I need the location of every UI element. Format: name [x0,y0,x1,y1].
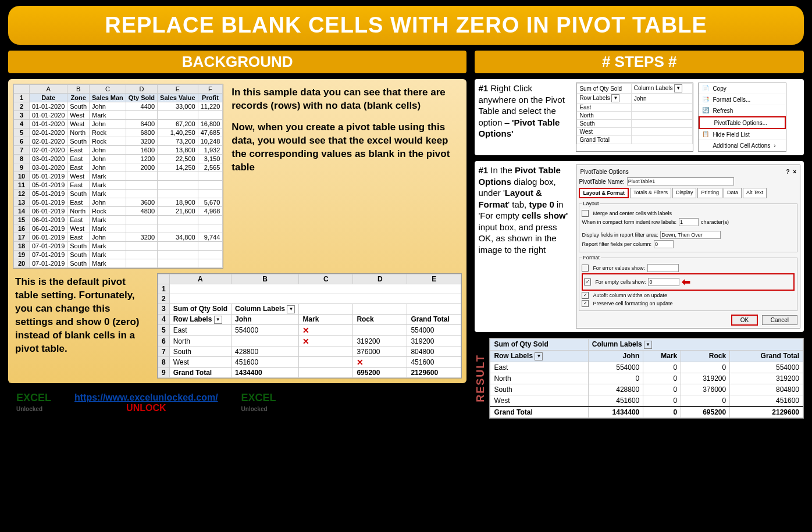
table-row: 5East554000✕554000 [158,324,461,335]
table-row: 2007-01-2019SouthMark [14,259,223,268]
error-values-input[interactable] [647,264,679,272]
menu-hide-field-list[interactable]: 📋Hide Field List [699,129,786,140]
tab-printing[interactable]: Printing [697,188,722,198]
table-row: North00319200319200 [490,373,803,384]
context-menu: 📄Copy 📑Format Cells... 🔄Refresh PivotTab… [698,83,786,152]
menu-pivottable-options[interactable]: PivotTable Options... [699,116,786,129]
source-data-table: ABCDEF1DateZoneSales ManQty SoldSales Va… [13,84,223,269]
table-row: 1205-01-2019SouthMark [14,190,223,198]
table-row: 1907-01-2019SouthMark [14,251,223,259]
table-row: 1706-01-2019EastJohn320034,8009,744 [14,233,223,242]
close-icon[interactable]: × [793,169,796,175]
table-row: 8West451600✕451600 [158,356,461,367]
background-header: BACKGROUND [8,51,466,73]
table-row: 6North✕319200319200 [158,335,461,347]
table-row: 1807-01-2019SouthMark [14,242,223,251]
ok-button[interactable]: OK [731,315,758,326]
table-row: 7South428800376000804800 [158,347,461,356]
table-row: 803-01-2020EastJohn120022,5003,150 [14,155,223,163]
footer-link[interactable]: https://www.excelunlocked.com/ UNLOCK [74,392,218,413]
table-row: 1005-01-2019WestMark [14,172,223,181]
pivottable-options-dialog: PivotTable Options? × PivotTable Name: L… [576,165,800,329]
table-row: 502-01-2020NorthRock68001,40,25047,685 [14,128,223,137]
merge-checkbox[interactable] [582,210,589,217]
list-icon: 📋 [702,131,709,138]
table-row: East55400000554000 [490,362,803,373]
excel-unlocked-logo-right: EXCELUnlocked [241,393,276,412]
cancel-button[interactable]: Cancel [762,315,797,325]
help-icon[interactable]: ? [786,169,789,175]
tab-alt-text[interactable]: Alt Text [743,188,767,198]
dialog-tabs: Layout & Format Totals & Filters Display… [579,188,797,198]
table-row: 702-01-2020EastJohn160013,8001,932 [14,146,223,155]
report-filter-input[interactable] [654,240,674,248]
format-icon: 📑 [702,96,709,103]
main-title: REPLACE BLANK CELLS WITH ZERO IN PIVOT T… [8,6,804,45]
empty-cells-checkbox[interactable]: ✓ [584,279,591,285]
steps-header: # STEPS # [475,51,804,73]
tab-totals-filters[interactable]: Totals & Filters [630,188,671,198]
pivottable-name-input[interactable] [627,177,734,185]
tab-display[interactable]: Display [672,188,697,198]
table-row: 1105-01-2019EastMark [14,181,223,190]
excel-unlocked-logo: EXCELUnlocked [16,393,51,412]
dropdown-icon[interactable]: ▼ [674,84,682,92]
tab-layout-format[interactable]: Layout & Format [579,188,629,198]
dropdown-icon[interactable]: ▼ [611,94,619,102]
step1-pivot-preview: Sum of Qty SoldColumn Labels ▼ Row Label… [576,83,693,152]
default-pivot-table: ABCDE123Sum of Qty SoldColumn Labels ▼4R… [157,273,462,379]
table-row: 602-01-2020SouthRock320073,20010,248 [14,137,223,146]
table-row: 1305-01-2019EastJohn360018,9005,670 [14,198,223,207]
arrow-icon: ⬅ [682,276,690,288]
empty-cells-input[interactable] [648,278,679,286]
table-row: 201-01-2020SouthJohn440033,00011,220 [14,102,223,111]
table-row: 1506-01-2019EastMark [14,216,223,224]
refresh-icon: 🔄 [702,107,709,114]
table-row: 301-01-2020WestMark [14,111,223,120]
menu-additional-actions[interactable]: Additional Cell Actions › [699,140,786,151]
autofit-checkbox[interactable]: ✓ [582,292,589,299]
result-pivot-table: Sum of Qty SoldColumn Labels ▼Row Labels… [489,338,804,419]
table-row: 903-01-2020EastJohn200014,2502,565 [14,163,223,172]
background-description: In this sample data you can see that the… [229,84,462,269]
step2-text: #1 In the Pivot Table Options dialog box… [478,165,571,329]
display-fields-select[interactable] [660,231,721,239]
default-setting-text: This is the default pivot table setting.… [13,273,151,366]
menu-format-cells[interactable]: 📑Format Cells... [699,94,786,105]
preserve-checkbox[interactable]: ✓ [582,300,589,307]
table-row: 1606-01-2019WestMark [14,224,223,233]
indent-input[interactable] [679,218,699,226]
step1-text: #1 Right Click anywhere on the Pivot Tab… [478,83,571,152]
table-row: South4288000376000804800 [490,384,803,395]
menu-refresh[interactable]: 🔄Refresh [699,105,786,116]
table-row: West45160000451600 [490,395,803,406]
result-label: RESULT [475,354,487,402]
table-row: 1406-01-2019NorthRock480021,6004,968 [14,207,223,216]
menu-copy[interactable]: 📄Copy [699,83,786,94]
error-values-checkbox[interactable] [582,265,589,272]
table-row: 401-01-2020WestJohn640067,20016,800 [14,120,223,128]
tab-data[interactable]: Data [724,188,742,198]
copy-icon: 📄 [702,85,709,92]
